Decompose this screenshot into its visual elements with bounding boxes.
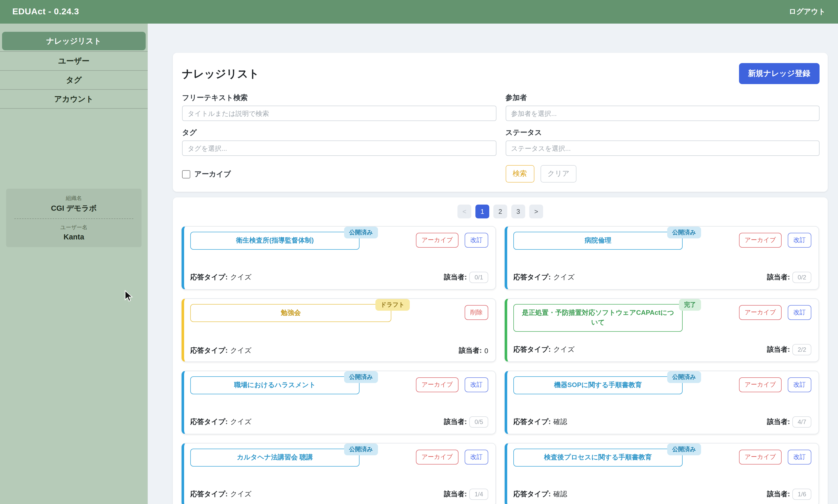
target-count-badge: 1/4	[469, 489, 488, 500]
tag-filter: タグ	[182, 128, 496, 156]
status-badge: ドラフト	[375, 299, 410, 311]
archive-checkbox[interactable]	[182, 170, 190, 178]
target-label: 該当者:	[767, 273, 790, 282]
archive-button[interactable]: アーカイブ	[416, 450, 459, 465]
title-row: ナレッジリスト 新規ナレッジ登録	[182, 63, 820, 84]
response-type-value: クイズ	[230, 490, 252, 499]
knowledge-title[interactable]: 職場におけるハラスメント	[190, 376, 359, 394]
response-type-label: 応答タイプ:	[190, 490, 228, 499]
filter-grid: フリーテキスト検索 参加者 タグ ステータス	[182, 93, 820, 182]
archive-button[interactable]: アーカイブ	[739, 377, 782, 392]
participant-input[interactable]	[505, 106, 820, 121]
sidebar-item-knowledge-list[interactable]: ナレッジリスト	[0, 32, 148, 52]
archive-filter: アーカイブ	[182, 166, 496, 182]
response-type-label: 応答タイプ:	[513, 273, 551, 282]
knowledge-title[interactable]: 是正処置・予防措置対応ソフトウェアCAPActについて	[513, 304, 683, 331]
target-label: 該当者:	[444, 417, 467, 427]
knowledge-title[interactable]: 検査後プロセスに関する手順書教育	[513, 449, 683, 467]
pagination-page-1[interactable]: 1	[476, 204, 489, 218]
response-type-label: 応答タイプ:	[190, 273, 228, 282]
sidebar-item-account[interactable]: アカウント	[0, 90, 148, 109]
revise-button[interactable]: 改訂	[465, 233, 488, 248]
pagination-next-button[interactable]: >	[529, 204, 543, 218]
search-button[interactable]: 検索	[505, 165, 534, 182]
response-type-label: 応答タイプ:	[190, 417, 228, 427]
knowledge-list-panel: < 1 2 3 > 衛生検査所(指導監督体制) 公開済み	[173, 197, 828, 504]
knowledge-card: 検査後プロセスに関する手順書教育 公開済み アーカイブ 改訂 応答タイプ:確認 …	[505, 443, 819, 504]
archive-button[interactable]: アーカイブ	[739, 305, 782, 320]
response-type-value: 確認	[553, 490, 567, 499]
tag-label: タグ	[182, 128, 496, 138]
archive-button[interactable]: アーカイブ	[416, 233, 459, 248]
knowledge-card: 病院倫理 公開済み アーカイブ 改訂 応答タイプ:クイズ 該当者:0/2	[505, 226, 819, 290]
response-type-label: 応答タイプ:	[513, 417, 551, 427]
free-text-label: フリーテキスト検索	[182, 93, 496, 103]
pagination-page-2[interactable]: 2	[493, 204, 507, 218]
status-label: ステータス	[505, 128, 820, 138]
free-text-input[interactable]	[182, 106, 496, 121]
delete-button[interactable]: 削除	[465, 305, 488, 320]
free-text-filter: フリーテキスト検索	[182, 93, 496, 121]
response-type-label: 応答タイプ:	[513, 490, 551, 499]
knowledge-title[interactable]: 病院倫理	[513, 232, 683, 250]
participant-label: 参加者	[505, 93, 820, 103]
target-count-badge: 0/2	[792, 272, 811, 283]
knowledge-card: カルタヘナ法講習会 聴講 公開済み アーカイブ 改訂 応答タイプ:クイズ 該当者…	[181, 443, 496, 504]
status-badge: 公開済み	[667, 444, 701, 455]
main-content: ナレッジリスト 新規ナレッジ登録 フリーテキスト検索 参加者 タグ	[148, 23, 838, 504]
target-label: 該当者:	[444, 273, 467, 282]
knowledge-card: 機器SOPに関する手順書教育 公開済み アーカイブ 改訂 応答タイプ:確認 該当…	[505, 371, 819, 434]
response-type-label: 応答タイプ:	[190, 346, 228, 355]
status-badge: 公開済み	[667, 227, 701, 238]
tag-input[interactable]	[182, 141, 496, 156]
knowledge-title[interactable]: カルタヘナ法講習会 聴講	[190, 449, 359, 467]
response-type-value: クイズ	[230, 273, 252, 282]
status-badge: 公開済み	[344, 444, 378, 455]
top-bar: EDUAct - 0.24.3 ログアウト	[0, 0, 838, 23]
target-label: 該当者:	[767, 417, 790, 427]
target-count-badge: 0/5	[469, 416, 488, 428]
response-type-value: クイズ	[230, 417, 252, 427]
knowledge-title[interactable]: 衛生検査所(指導監督体制)	[190, 232, 359, 250]
sidebar-nav: ナレッジリスト ユーザー タグ アカウント	[0, 32, 148, 109]
target-label: 該当者:	[767, 345, 790, 354]
app-title: EDUAct - 0.24.3	[12, 7, 79, 17]
revise-button[interactable]: 改訂	[465, 450, 488, 465]
sidebar-item-users[interactable]: ユーザー	[0, 52, 148, 71]
revise-button[interactable]: 改訂	[788, 377, 811, 392]
pagination: < 1 2 3 >	[173, 204, 828, 218]
sidebar: ナレッジリスト ユーザー タグ アカウント 組織名 CGI デモラボ ユーザー名…	[0, 23, 148, 504]
clear-button[interactable]: クリア	[540, 165, 577, 182]
archive-button[interactable]: アーカイブ	[739, 450, 782, 465]
new-knowledge-button[interactable]: 新規ナレッジ登録	[739, 63, 820, 84]
revise-button[interactable]: 改訂	[788, 233, 811, 248]
participant-filter: 参加者	[505, 93, 820, 121]
pagination-page-3[interactable]: 3	[511, 204, 525, 218]
status-badge: 公開済み	[667, 371, 701, 383]
logout-button[interactable]: ログアウト	[786, 7, 829, 17]
knowledge-card: 勉強会 ドラフト 削除 応答タイプ:クイズ 該当者:0	[181, 299, 496, 362]
org-divider	[14, 218, 133, 219]
org-info-box: 組織名 CGI デモラボ ユーザー名 Kanta	[6, 189, 142, 247]
archive-button[interactable]: アーカイブ	[739, 233, 782, 248]
knowledge-title[interactable]: 勉強会	[190, 304, 391, 322]
knowledge-card: 是正処置・予防措置対応ソフトウェアCAPActについて 完了 アーカイブ 改訂 …	[505, 299, 819, 362]
org-name: CGI デモラボ	[11, 203, 137, 213]
pagination-prev-button[interactable]: <	[458, 204, 471, 218]
sidebar-item-tags[interactable]: タグ	[0, 71, 148, 90]
revise-button[interactable]: 改訂	[788, 450, 811, 465]
response-type-value: クイズ	[230, 346, 252, 355]
status-input[interactable]	[505, 141, 820, 156]
revise-button[interactable]: 改訂	[465, 377, 488, 392]
app-root: EDUAct - 0.24.3 ログアウト ナレッジリスト ユーザー タグ アカ…	[0, 0, 838, 504]
revise-button[interactable]: 改訂	[788, 305, 811, 320]
target-count: 0	[484, 347, 488, 355]
knowledge-card: 職場におけるハラスメント 公開済み アーカイブ 改訂 応答タイプ:クイズ 該当者…	[181, 371, 496, 434]
target-label: 該当者:	[767, 490, 790, 499]
archive-button[interactable]: アーカイブ	[416, 377, 459, 392]
knowledge-grid: 衛生検査所(指導監督体制) 公開済み アーカイブ 改訂 応答タイプ:クイズ 該当…	[173, 218, 828, 504]
status-filter: ステータス	[505, 128, 820, 156]
knowledge-title[interactable]: 機器SOPに関する手順書教育	[513, 376, 683, 394]
user-label: ユーザー名	[11, 224, 137, 231]
user-name: Kanta	[11, 233, 137, 241]
